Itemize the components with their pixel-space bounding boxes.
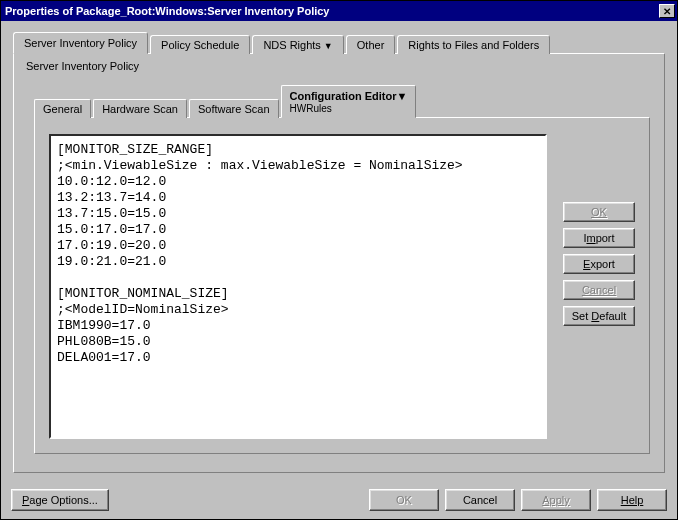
titlebar: Properties of Package_Root:Windows:Serve…	[1, 1, 677, 21]
window-title: Properties of Package_Root:Windows:Serve…	[5, 5, 330, 17]
tab-label: Server Inventory Policy	[24, 37, 137, 49]
help-button[interactable]: Help	[597, 489, 667, 511]
tab-label: Configuration Editor	[290, 90, 397, 102]
tab-nds-rights[interactable]: NDS Rights▼	[252, 35, 343, 54]
configuration-editor-page: [MONITOR_SIZE_RANGE] ;<min.ViewableSize …	[34, 117, 650, 454]
inner-area: General Hardware Scan Software Scan Conf…	[22, 80, 656, 460]
tab-other[interactable]: Other	[346, 35, 396, 54]
button-label: OK	[591, 206, 607, 218]
button-label: Page Options...	[22, 494, 98, 506]
inner-tab-software-scan[interactable]: Software Scan	[189, 99, 279, 118]
dialog-footer: Page Options... OK Cancel Apply Help	[1, 483, 677, 519]
side-button-column: OK Import Export Cancel Set Default	[563, 134, 635, 439]
tab-subtitle: Server Inventory Policy	[22, 58, 656, 80]
config-text-editor[interactable]: [MONITOR_SIZE_RANGE] ;<min.ViewableSize …	[49, 134, 547, 439]
chevron-down-icon: ▼	[396, 90, 407, 102]
button-label: Set Default	[572, 310, 626, 322]
set-default-button[interactable]: Set Default	[563, 306, 635, 326]
button-label: Apply	[542, 494, 570, 506]
dialog-content: Server Inventory Policy Policy Schedule …	[1, 21, 677, 483]
inner-tabstrip: General Hardware Scan Software Scan Conf…	[34, 84, 650, 117]
apply-button[interactable]: Apply	[521, 489, 591, 511]
ok-button[interactable]: OK	[369, 489, 439, 511]
tab-label: General	[43, 103, 82, 115]
inner-tab-hardware-scan[interactable]: Hardware Scan	[93, 99, 187, 118]
cancel-button[interactable]: Cancel	[445, 489, 515, 511]
import-button[interactable]: Import	[563, 228, 635, 248]
button-label: OK	[396, 494, 412, 506]
button-label: Export	[583, 258, 615, 270]
tab-rights-files-folders[interactable]: Rights to Files and Folders	[397, 35, 550, 54]
top-tabstrip: Server Inventory Policy Policy Schedule …	[13, 31, 665, 53]
properties-dialog: Properties of Package_Root:Windows:Serve…	[0, 0, 678, 520]
tab-sublabel: HWRules	[290, 102, 408, 114]
inner-ok-button[interactable]: OK	[563, 202, 635, 222]
tab-label: Hardware Scan	[102, 103, 178, 115]
close-icon[interactable]: ✕	[659, 4, 675, 18]
inner-cancel-button[interactable]: Cancel	[563, 280, 635, 300]
chevron-down-icon: ▼	[324, 41, 333, 51]
inner-tab-general[interactable]: General	[34, 99, 91, 118]
tab-label: Rights to Files and Folders	[408, 39, 539, 51]
tab-server-inventory-policy[interactable]: Server Inventory Policy	[13, 32, 148, 54]
inner-tab-configuration-editor[interactable]: Configuration Editor▼ HWRules	[281, 85, 417, 118]
export-button[interactable]: Export	[563, 254, 635, 274]
button-label: Cancel	[582, 284, 616, 296]
tab-label: Other	[357, 39, 385, 51]
button-label: Help	[621, 494, 644, 506]
top-tab-page: Server Inventory Policy General Hardware…	[13, 53, 665, 473]
tab-policy-schedule[interactable]: Policy Schedule	[150, 35, 250, 54]
tab-label: Policy Schedule	[161, 39, 239, 51]
page-options-button[interactable]: Page Options...	[11, 489, 109, 511]
button-label: Cancel	[463, 494, 497, 506]
tab-label: NDS Rights	[263, 39, 320, 51]
tab-label: Software Scan	[198, 103, 270, 115]
button-label: Import	[583, 232, 614, 244]
